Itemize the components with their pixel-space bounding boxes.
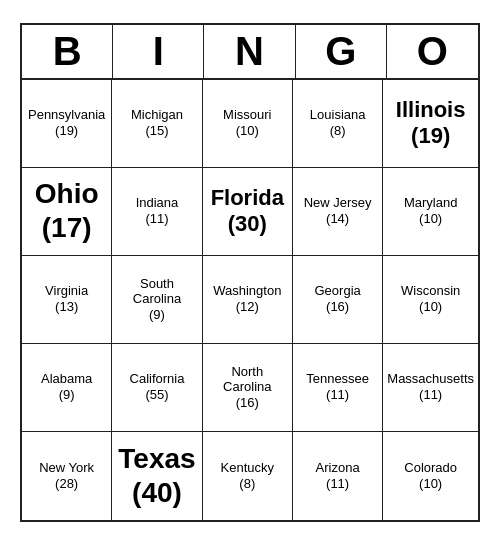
bingo-grid: Pennsylvania(19)Michigan(15)Missouri(10)… [22,80,478,520]
cell-text-23: Arizona(11) [316,460,360,491]
cell-text-17: North Carolina(16) [207,364,288,411]
cell-text-12: Washington(12) [213,283,281,314]
bingo-cell-2: Missouri(10) [203,80,293,168]
bingo-cell-14: Wisconsin(10) [383,256,478,344]
cell-text-19: Massachusetts(11) [387,371,474,402]
bingo-cell-1: Michigan(15) [112,80,202,168]
cell-text-2: Missouri(10) [223,107,271,138]
cell-text-18: Tennessee(11) [306,371,369,402]
bingo-cell-8: New Jersey(14) [293,168,383,256]
bingo-cell-18: Tennessee(11) [293,344,383,432]
bingo-cell-4: Illinois(19) [383,80,478,168]
cell-text-6: Indiana(11) [136,195,179,226]
bingo-cell-15: Alabama(9) [22,344,112,432]
cell-text-0: Pennsylvania(19) [28,107,105,138]
bingo-cell-20: New York(28) [22,432,112,520]
cell-text-21: Texas(40) [118,442,195,509]
bingo-letter-i: I [113,25,204,78]
bingo-cell-24: Colorado(10) [383,432,478,520]
bingo-cell-11: South Carolina(9) [112,256,202,344]
bingo-letter-b: B [22,25,113,78]
cell-text-7: Florida(30) [211,185,284,238]
cell-text-22: Kentucky(8) [221,460,274,491]
bingo-cell-0: Pennsylvania(19) [22,80,112,168]
bingo-cell-19: Massachusetts(11) [383,344,478,432]
bingo-cell-3: Louisiana(8) [293,80,383,168]
bingo-cell-6: Indiana(11) [112,168,202,256]
cell-text-16: California(55) [130,371,185,402]
cell-text-5: Ohio(17) [35,177,99,244]
bingo-cell-22: Kentucky(8) [203,432,293,520]
cell-text-13: Georgia(16) [315,283,361,314]
bingo-cell-12: Washington(12) [203,256,293,344]
bingo-letter-g: G [296,25,387,78]
cell-text-24: Colorado(10) [404,460,457,491]
bingo-cell-17: North Carolina(16) [203,344,293,432]
cell-text-11: South Carolina(9) [116,276,197,323]
bingo-cell-9: Maryland(10) [383,168,478,256]
bingo-cell-5: Ohio(17) [22,168,112,256]
bingo-letter-n: N [204,25,295,78]
bingo-cell-21: Texas(40) [112,432,202,520]
cell-text-20: New York(28) [39,460,94,491]
cell-text-8: New Jersey(14) [304,195,372,226]
cell-text-4: Illinois(19) [396,97,466,150]
bingo-letter-o: O [387,25,478,78]
cell-text-9: Maryland(10) [404,195,457,226]
bingo-header: BINGO [22,25,478,80]
cell-text-10: Virginia(13) [45,283,88,314]
bingo-card: BINGO Pennsylvania(19)Michigan(15)Missou… [20,23,480,522]
bingo-cell-7: Florida(30) [203,168,293,256]
cell-text-1: Michigan(15) [131,107,183,138]
cell-text-3: Louisiana(8) [310,107,366,138]
cell-text-15: Alabama(9) [41,371,92,402]
bingo-cell-23: Arizona(11) [293,432,383,520]
bingo-cell-13: Georgia(16) [293,256,383,344]
bingo-cell-16: California(55) [112,344,202,432]
cell-text-14: Wisconsin(10) [401,283,460,314]
bingo-cell-10: Virginia(13) [22,256,112,344]
